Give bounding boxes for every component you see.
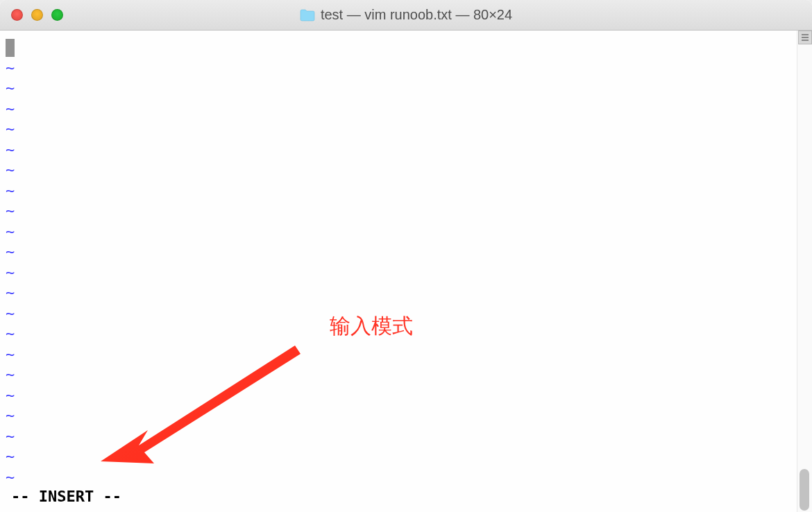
close-button[interactable] [11,9,23,21]
tilde-line: ~ [6,323,791,344]
terminal-window: test — vim runoob.txt — 80×24 ~~~~~~~~~~… [0,0,812,512]
traffic-lights [0,9,63,21]
scrollbar-track[interactable] [797,31,812,512]
window-title: test — vim runoob.txt — 80×24 [321,7,512,23]
tilde-line: ~ [6,385,791,406]
tilde-line: ~ [6,139,791,160]
status-line: -- INSERT -- [6,487,791,508]
tilde-line: ~ [6,282,791,303]
minimize-button[interactable] [31,9,43,21]
title-container: test — vim runoob.txt — 80×24 [0,7,812,23]
tilde-line: ~ [6,78,791,99]
tilde-line: ~ [6,58,791,78]
editor-content[interactable]: ~~~~~~~~~~~~~~~~~~~~~ -- INSERT -- [0,31,797,512]
tilde-line: ~ [6,200,791,221]
tilde-line: ~ [6,405,791,426]
maximize-button[interactable] [51,9,63,21]
tilde-line: ~ [6,221,791,242]
tilde-line: ~ [6,446,791,467]
cursor-line [6,37,791,58]
folder-icon [300,9,315,22]
tilde-line: ~ [6,364,791,385]
tilde-line: ~ [6,426,791,447]
tilde-line: ~ [6,262,791,283]
titlebar: test — vim runoob.txt — 80×24 [0,0,812,31]
tilde-line: ~ [6,119,791,139]
cursor-block [6,39,15,57]
scrollbar-menu-icon[interactable] [798,31,812,44]
editor-area[interactable]: ~~~~~~~~~~~~~~~~~~~~~ -- INSERT -- [0,31,812,512]
scrollbar-thumb[interactable] [800,469,809,511]
tilde-line: ~ [6,467,791,488]
tilde-line: ~ [6,180,791,201]
tilde-line: ~ [6,344,791,365]
tilde-lines: ~~~~~~~~~~~~~~~~~~~~~ [6,58,791,488]
tilde-line: ~ [6,160,791,180]
tilde-line: ~ [6,241,791,262]
tilde-line: ~ [6,303,791,324]
tilde-line: ~ [6,99,791,119]
